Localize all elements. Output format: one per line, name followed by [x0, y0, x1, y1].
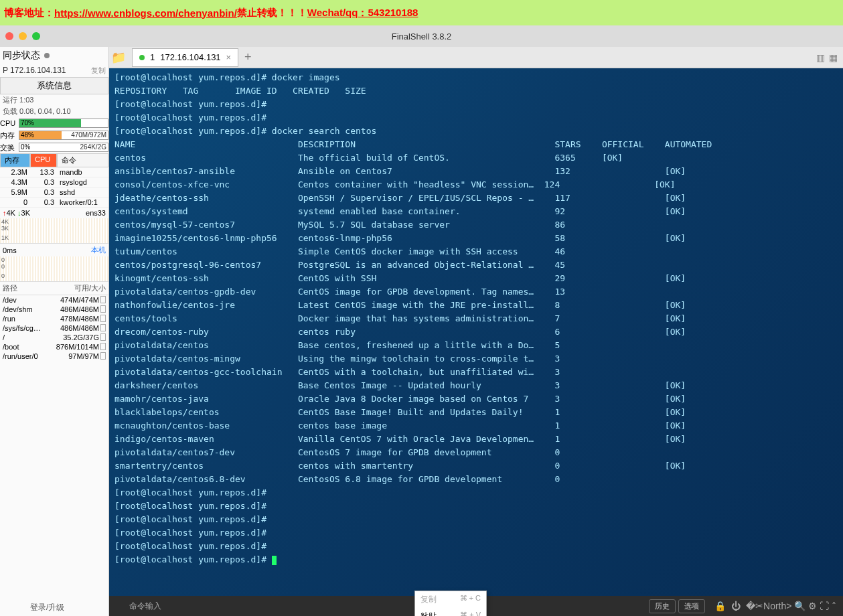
sync-status: 同步状态	[0, 47, 108, 64]
process-row[interactable]: 4.3M0.3rsyslogd	[0, 177, 108, 187]
tab-host[interactable]: 1 172.16.104.131 ×	[132, 48, 238, 67]
disk-row[interactable]: /run478M/486M	[0, 314, 108, 323]
window-titlebar: FinalShell 3.8.2	[0, 25, 843, 47]
grid-icon[interactable]: ▦	[829, 52, 838, 63]
sidebar: 同步状态 P 172.16.104.131 复制 系统信息 运行 1:03 负载…	[0, 47, 109, 616]
main-area: 📁 1 172.16.104.131 × + ▥ ▦ [root@localho…	[109, 47, 843, 616]
mem-label: 内存	[0, 131, 19, 141]
latency-chart: 0 0 0	[0, 256, 108, 282]
power-icon[interactable]: ⏻	[731, 601, 741, 611]
disk-size-header[interactable]: 可用/大小	[17, 283, 106, 293]
tab-bar: 📁 1 172.16.104.131 × + ▥ ▦	[109, 47, 843, 68]
swap-label: 交换	[0, 143, 19, 153]
latency: 0ms	[3, 246, 17, 254]
banner-wechat[interactable]: Wechat/qq：543210188	[307, 7, 418, 19]
disk-path-header[interactable]: 路径	[3, 283, 17, 293]
disk-row[interactable]: /35.2G/37G	[0, 333, 108, 342]
terminal[interactable]: [root@localhost yum.repos.d]# docker ima…	[109, 68, 843, 596]
banner-url[interactable]: https://www.cnblogs.com/chenyanbin/	[54, 7, 237, 19]
system-info-button[interactable]: 系统信息	[0, 77, 108, 94]
gear-icon[interactable]: ⚙	[808, 601, 817, 611]
swap-bar: 0% 264K/2G	[19, 143, 108, 152]
nic-select[interactable]: ens33	[86, 209, 106, 217]
process-header: 内存 CPU 命令	[0, 153, 108, 167]
status-dot-icon	[139, 55, 145, 60]
command-input[interactable]: 命令输入	[129, 601, 317, 612]
expand-icon[interactable]: ⛶	[820, 601, 829, 611]
maximize-icon[interactable]	[32, 32, 40, 40]
cut-icon[interactable]: �✂North> 🔍 ⚙ ⛶ ˄	[746, 601, 836, 611]
banner-mid: 禁止转载！！！	[237, 7, 307, 19]
process-row[interactable]: 00.3kworker/0:1	[0, 198, 108, 208]
network-stats: ↑4K ↓3K ens33	[0, 208, 108, 218]
close-icon[interactable]: ×	[226, 52, 232, 62]
mem-bar: 48% 470M/972M	[19, 131, 108, 140]
banner-prefix: 博客地址：	[4, 7, 54, 19]
search-icon[interactable]: 🔍	[794, 601, 806, 611]
sidebar-ip: P 172.16.104.131	[3, 66, 66, 76]
blog-banner: 博客地址： https://www.cnblogs.com/chenyanbin…	[0, 0, 843, 25]
disk-row[interactable]: /dev474M/474M	[0, 295, 108, 305]
close-icon[interactable]	[5, 32, 13, 40]
lock-icon[interactable]: 🔒	[714, 601, 726, 611]
status-dot-icon	[44, 53, 50, 58]
login-upgrade-link[interactable]: 登录/升级	[30, 602, 64, 613]
chevron-up-icon[interactable]: ˄	[832, 601, 836, 611]
load: 负载 0.08, 0.04, 0.10	[0, 106, 108, 117]
options-button[interactable]: 选项	[678, 599, 705, 613]
minimize-icon[interactable]	[19, 32, 27, 40]
columns-icon[interactable]: ▥	[816, 52, 825, 63]
new-tab-button[interactable]: +	[238, 50, 257, 64]
local-label[interactable]: 本机	[91, 245, 106, 255]
disk-row[interactable]: /run/user/097M/97M	[0, 352, 108, 361]
disk-row[interactable]: /sys/fs/cg…486M/486M	[0, 323, 108, 333]
copy-button[interactable]: 复制	[91, 66, 106, 76]
window-title: FinalShell 3.8.2	[392, 31, 452, 42]
context-menu-item: 复制⌘ + C	[415, 591, 486, 608]
folder-icon[interactable]: 📁	[109, 50, 128, 65]
disk-row[interactable]: /dev/shm486M/486M	[0, 305, 108, 314]
process-row[interactable]: 5.9M0.3sshd	[0, 187, 108, 198]
disk-row[interactable]: /boot876M/1014M	[0, 342, 108, 352]
uptime: 运行 1:03	[0, 94, 108, 106]
cpu-label: CPU	[0, 119, 19, 127]
history-button[interactable]: 历史	[649, 599, 676, 613]
process-row[interactable]: 2.3M13.3mandb	[0, 167, 108, 177]
net-chart: 4K 3K 1K	[0, 218, 108, 244]
cpu-bar: 70%	[19, 119, 108, 128]
